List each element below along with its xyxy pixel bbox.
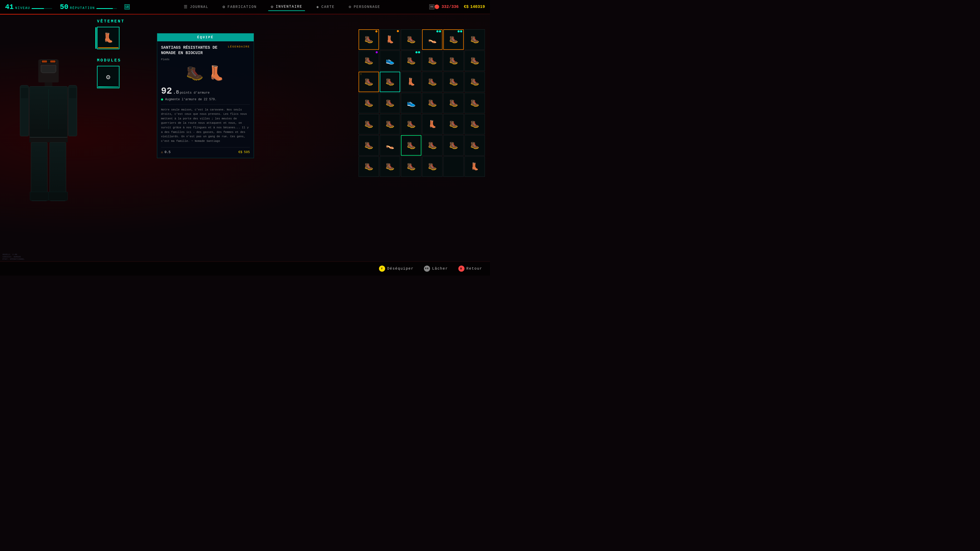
inventory-slot-18[interactable]: 🥾 xyxy=(359,93,379,113)
clothing-slot-active[interactable]: 👢 xyxy=(97,27,119,49)
inventory-slot-28[interactable]: 🥾 xyxy=(443,114,464,135)
inventory-section: PAR DÉFAUT ▲ 🥾👢🥾👡🥾🥾🥾👟🥾🥾🥾🥾🥾!🥾👢🥾🥾🥾🥾🥾👟🥾🥾🥾🥾🥾… xyxy=(357,28,490,260)
boot-right xyxy=(48,192,68,201)
inventory-slot-16[interactable]: 🥾 xyxy=(443,72,464,92)
main-content: MODÈLE: V-MK CHASSIS: NOMADE ÉTAT: OPÉRA… xyxy=(0,14,490,275)
inventory-slot-29[interactable]: 🥾 xyxy=(465,114,485,135)
level-badge: LB xyxy=(124,4,130,10)
inventory-slot-38[interactable]: 🥾 xyxy=(401,156,422,177)
slot-item-icon: 🥾 xyxy=(386,78,395,86)
tooltip-price: €$ 505 xyxy=(239,150,250,154)
slot-item-icon: 🥾 xyxy=(449,56,458,65)
inventory-slot-35[interactable]: 🥾 xyxy=(465,135,485,156)
badge-dot-orange xyxy=(375,30,377,32)
nav-inventaire[interactable]: ◇ INVENTAIRE xyxy=(268,3,305,11)
tooltip-weight: ⚠ 0.5 xyxy=(161,150,170,154)
action-retour[interactable]: B Retour xyxy=(458,265,482,272)
tooltip-item-name: SANTIAGS RÉSISTANTES DE NOMADE EN BIOCUI… xyxy=(161,45,225,56)
inventory-slot-41[interactable]: 👢 xyxy=(465,156,485,177)
slot-item-icon: 🥾 xyxy=(407,162,416,171)
slot-item-icon: 👢 xyxy=(386,35,395,44)
inventory-slot-19[interactable]: 🥾 xyxy=(380,93,400,113)
tooltip-slot-type: Pieds xyxy=(161,58,250,61)
inventory-slot-17[interactable]: 🥾 xyxy=(465,72,485,92)
badge-dot-purple xyxy=(375,51,378,53)
inventory-slot-10[interactable]: 🥾 xyxy=(443,51,464,71)
fabrication-icon: ⚙ xyxy=(223,4,226,10)
key-y-icon: Y xyxy=(379,265,385,272)
inventory-slot-9[interactable]: 🥾 xyxy=(422,51,442,71)
slot-item-icon: 🥾 xyxy=(428,141,437,150)
inventory-slot-0[interactable]: 🥾 xyxy=(359,29,379,50)
inventory-slot-20[interactable]: 👟 xyxy=(401,93,422,113)
modules-slot-active[interactable]: ⚙ xyxy=(97,66,119,88)
inventory-slot-22[interactable]: 🥾 xyxy=(443,93,464,113)
badge-dot-cyan xyxy=(418,51,420,53)
inventory-slot-7[interactable]: 👟 xyxy=(380,51,400,71)
armor-main: 92 xyxy=(161,86,172,97)
nav-personnage[interactable]: ⊙ PERSONNAGE xyxy=(346,3,383,11)
inventory-slot-26[interactable]: 🥾 xyxy=(401,114,422,135)
slot-item-icon: 🥾 xyxy=(428,78,437,86)
inventory-slot-13[interactable]: 🥾 xyxy=(380,72,400,92)
inventory-slot-3[interactable]: 👡 xyxy=(422,29,442,50)
inventory-slot-14[interactable]: 👢 xyxy=(401,72,422,92)
inventory-slot-11[interactable]: 🥾 xyxy=(465,51,485,71)
inventory-slot-6[interactable]: 🥾 xyxy=(359,51,379,71)
inventory-slot-39[interactable]: 🥾 xyxy=(422,156,442,177)
char-leg-left xyxy=(31,142,48,201)
inventory-slot-4[interactable]: 🥾 xyxy=(443,29,464,50)
slot-item-icon: 🥾 xyxy=(407,56,416,65)
clothing-slot-container[interactable]: 👢 xyxy=(97,27,119,49)
money-stat: €$ 140319 xyxy=(464,5,485,9)
inventory-slot-15[interactable]: 🥾 xyxy=(422,72,442,92)
inventory-slot-30[interactable]: 🥾 xyxy=(359,135,379,156)
char-arm-left xyxy=(20,85,29,136)
slot-badges xyxy=(415,51,420,53)
slot-item-icon: 👢 xyxy=(428,120,437,129)
inventory-slot-34[interactable]: 🥾 xyxy=(443,135,464,156)
module-item-icon: ⚙ xyxy=(106,73,110,81)
inventory-slot-12[interactable]: 🥾! xyxy=(359,72,379,92)
char-arm-right xyxy=(68,85,77,136)
nav-fabrication[interactable]: ⚙ FABRICATION xyxy=(220,3,259,11)
preview-boot-right: 👢 xyxy=(207,65,225,82)
slot-item-icon: 🥾 xyxy=(364,120,373,129)
slot-item-icon: 👟 xyxy=(386,56,395,65)
nav-carte[interactable]: ◈ CARTE xyxy=(314,3,337,11)
arm-shoulder-detail-r xyxy=(69,88,76,98)
inventory-slot-1[interactable]: 👢 xyxy=(380,29,400,50)
weight-value: 0.5 xyxy=(165,150,170,154)
tooltip-body: SANTIAGS RÉSISTANTES DE NOMADE EN BIOCUI… xyxy=(157,41,254,158)
nav-journal[interactable]: ☰ JOURNAL xyxy=(181,3,211,11)
desequiper-label: Déséquiper xyxy=(387,267,414,271)
key-b-icon: B xyxy=(458,265,465,272)
tooltip-footer: ⚠ 0.5 €$ 505 xyxy=(161,147,250,154)
action-lacher[interactable]: RB Lâcher xyxy=(424,265,448,272)
inventory-slot-31[interactable]: 👡 xyxy=(380,135,400,156)
char-visor xyxy=(40,59,57,64)
inventory-slot-5[interactable]: 🥾 xyxy=(465,29,485,50)
inventory-slot-40[interactable] xyxy=(443,156,464,177)
inventory-slot-21[interactable]: 🥾 xyxy=(422,93,442,113)
action-desequiper[interactable]: Y Déséquiper xyxy=(379,265,414,272)
char-legs xyxy=(21,142,76,201)
preview-boot-left: 🥾 xyxy=(186,65,204,82)
inventory-slot-37[interactable]: 🥾 xyxy=(380,156,400,177)
inventory-slot-33[interactable]: 🥾 xyxy=(422,135,442,156)
inventory-slot-2[interactable]: 🥾 xyxy=(401,29,422,50)
nav-inventaire-label: INVENTAIRE xyxy=(276,5,302,9)
module-quality-bar xyxy=(98,86,118,87)
inventory-slot-36[interactable]: 🥾 xyxy=(359,156,379,177)
inventory-slot-23[interactable]: 🥾 xyxy=(465,93,485,113)
rb-badge: RB xyxy=(429,4,434,10)
inventory-slot-25[interactable]: 🥾 xyxy=(380,114,400,135)
badge-dot-cyan xyxy=(415,51,417,53)
inventory-slot-32[interactable]: 🥾 xyxy=(401,135,422,156)
inventory-slot-8[interactable]: 🥾 xyxy=(401,51,422,71)
rep-bar xyxy=(97,8,117,9)
level-label: NIVEAU xyxy=(15,6,30,10)
inventory-slot-24[interactable]: 🥾 xyxy=(359,114,379,135)
nav-right: 🔴 332/336 €$ 140319 xyxy=(434,4,485,10)
inventory-slot-27[interactable]: 👢 xyxy=(422,114,442,135)
